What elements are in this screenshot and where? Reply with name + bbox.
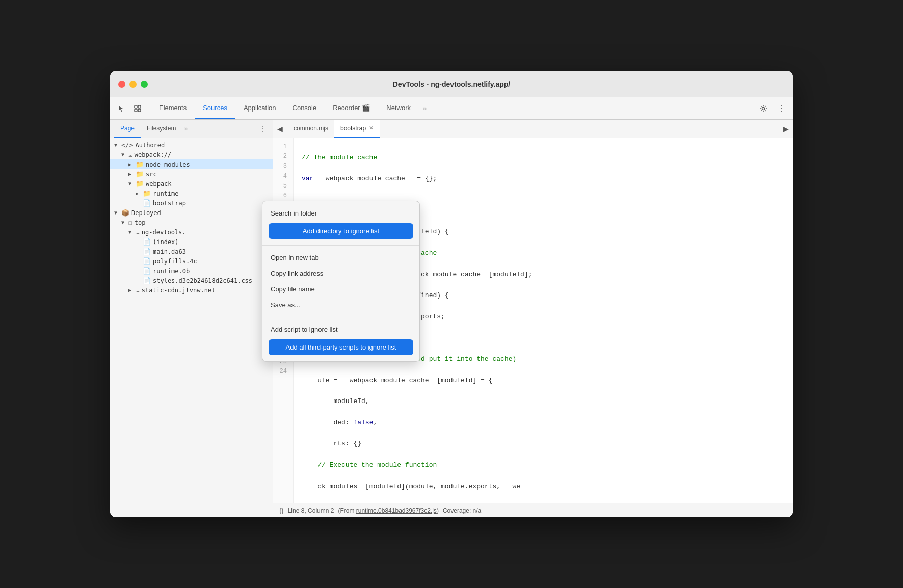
- context-save-as[interactable]: Save as...: [262, 297, 419, 313]
- devtools-window: DevTools - ng-devtools.netlify.app/ Elem…: [110, 71, 793, 517]
- context-copy-filename[interactable]: Copy file name: [262, 281, 419, 297]
- context-section-ignore: Add script to ignore list Add all third-…: [262, 317, 419, 361]
- context-section-folder: Search in folder Add directory to ignore…: [262, 201, 419, 246]
- context-menu: Search in folder Add directory to ignore…: [262, 201, 420, 362]
- context-add-directory-btn[interactable]: Add directory to ignore list: [269, 223, 413, 239]
- context-menu-overlay: Search in folder Add directory to ignore…: [110, 71, 793, 517]
- context-open-new-tab[interactable]: Open in new tab: [262, 250, 419, 265]
- context-search-in-folder[interactable]: Search in folder: [262, 205, 419, 221]
- context-add-script-ignore[interactable]: Add script to ignore list: [262, 322, 419, 337]
- context-add-all-third-party-btn[interactable]: Add all third-party scripts to ignore li…: [269, 339, 413, 355]
- context-section-file: Open in new tab Copy link address Copy f…: [262, 246, 419, 317]
- context-copy-link[interactable]: Copy link address: [262, 265, 419, 281]
